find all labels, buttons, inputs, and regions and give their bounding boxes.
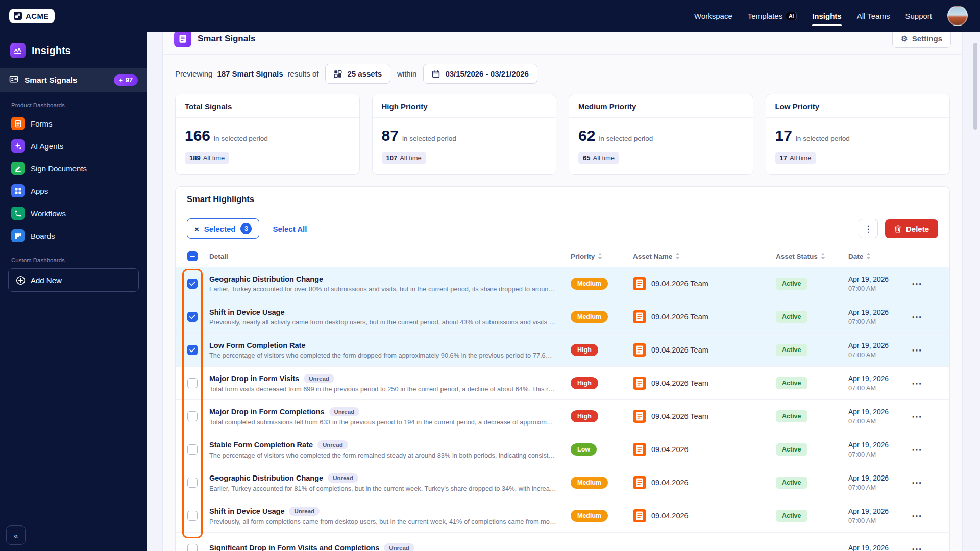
preview-bar: Previewing 187 Smart Signals results of … bbox=[175, 64, 950, 84]
nav-all-teams[interactable]: All Teams bbox=[857, 0, 890, 32]
row-title: Major Drop in Form Visits bbox=[209, 374, 299, 383]
status-badge: Active bbox=[776, 311, 807, 323]
stat-card-medium-priority: Medium Priority62in selected period65All… bbox=[569, 94, 753, 175]
select-all-link[interactable]: Select All bbox=[273, 224, 307, 233]
table-row[interactable]: Shift in Device UsagePreviously, nearly … bbox=[176, 300, 949, 334]
row-checkbox[interactable] bbox=[187, 444, 198, 455]
row-checkbox[interactable] bbox=[187, 279, 198, 289]
nav-insights[interactable]: Insights bbox=[812, 0, 842, 32]
selected-label: Selected bbox=[204, 224, 236, 233]
stat-title: Low Priority bbox=[766, 94, 950, 118]
row-actions-button[interactable]: ⋯ bbox=[912, 511, 922, 521]
nav-templates[interactable]: TemplatesAI bbox=[748, 0, 797, 32]
sort-icon[interactable] bbox=[598, 253, 602, 260]
add-new-button[interactable]: Add New bbox=[8, 268, 139, 292]
sidebar-item-ai-agents[interactable]: AI Agents bbox=[8, 135, 139, 157]
ai-badge: AI bbox=[786, 12, 797, 20]
stat-alltime-label: All time bbox=[790, 154, 812, 162]
form-asset-icon bbox=[633, 509, 646, 522]
row-checkbox[interactable] bbox=[187, 411, 198, 421]
row-checkbox[interactable] bbox=[187, 478, 198, 488]
row-actions-button[interactable]: ⋯ bbox=[912, 444, 922, 455]
table-row[interactable]: Geographic Distribution ChangeEarlier, T… bbox=[176, 267, 949, 300]
row-actions-button[interactable]: ⋯ bbox=[912, 345, 922, 355]
sort-icon[interactable] bbox=[866, 253, 871, 260]
stat-alltime-label: All time bbox=[400, 154, 422, 162]
row-actions-button[interactable]: ⋯ bbox=[912, 478, 922, 488]
user-avatar[interactable] bbox=[947, 6, 968, 26]
column-header-priority[interactable]: Priority bbox=[571, 253, 633, 260]
gear-icon: ⚙ bbox=[901, 35, 908, 42]
row-checkbox[interactable] bbox=[187, 511, 198, 521]
sidebar-item-apps[interactable]: Apps bbox=[8, 180, 139, 202]
priority-badge: High bbox=[571, 377, 598, 389]
row-time: 07:00 AM bbox=[848, 384, 912, 392]
stat-value: 62 bbox=[578, 127, 595, 144]
row-actions-button[interactable]: ⋯ bbox=[912, 312, 922, 322]
sidebar-item-label: Boards bbox=[31, 232, 55, 240]
table-row[interactable]: Significant Drop in Form Visits and Comp… bbox=[176, 533, 949, 551]
column-header-asset-status[interactable]: Asset Status bbox=[776, 253, 848, 260]
settings-button[interactable]: ⚙ Settings bbox=[892, 32, 951, 48]
row-checkbox[interactable] bbox=[187, 378, 198, 388]
row-actions-button[interactable]: ⋯ bbox=[912, 378, 922, 388]
selected-filter-button[interactable]: × Selected 3 bbox=[187, 218, 259, 239]
stat-alltime-label: All time bbox=[593, 154, 615, 162]
page-header: Smart Signals ⚙ Settings bbox=[163, 32, 962, 55]
column-header-asset-name[interactable]: Asset Name bbox=[633, 253, 776, 260]
row-date: Apr 19, 2026 bbox=[848, 544, 912, 551]
sidebar-item-smart-signals[interactable]: Smart Signals ✦ 97 bbox=[0, 68, 147, 92]
nav-support[interactable]: Support bbox=[905, 0, 932, 32]
row-actions-button[interactable]: ⋯ bbox=[912, 411, 922, 421]
sidebar-item-boards[interactable]: Boards bbox=[8, 224, 139, 247]
row-actions-button[interactable]: ⋯ bbox=[912, 544, 922, 551]
assets-dropdown[interactable]: 25 assets bbox=[325, 64, 390, 84]
sort-icon[interactable] bbox=[821, 253, 825, 260]
row-date: Apr 19, 2026 bbox=[848, 441, 912, 449]
scrollbar-thumb[interactable] bbox=[973, 43, 977, 130]
row-date: Apr 19, 2026 bbox=[848, 342, 912, 349]
status-badge: Active bbox=[776, 477, 807, 489]
form-asset-icon bbox=[633, 476, 646, 489]
column-header-date[interactable]: Date bbox=[848, 253, 912, 260]
table-row[interactable]: Stable Form Completion RateUnreadThe per… bbox=[176, 433, 949, 466]
stat-suffix: in selected period bbox=[599, 135, 653, 142]
sidebar-item-forms[interactable]: Forms bbox=[8, 112, 139, 135]
sidebar-item-label: AI Agents bbox=[31, 142, 63, 151]
sort-icon[interactable] bbox=[675, 253, 680, 260]
more-options-button[interactable]: ⋮ bbox=[859, 219, 878, 238]
date-range-dropdown[interactable]: 03/15/2026 - 03/21/2026 bbox=[423, 64, 537, 84]
nav-workspace[interactable]: Workspace bbox=[694, 0, 732, 32]
status-badge: Active bbox=[776, 443, 807, 456]
asset-name: 09.04.2026 bbox=[651, 512, 689, 520]
sidebar-item-sign-documents[interactable]: Sign Documents bbox=[8, 157, 139, 180]
table-row[interactable]: Shift in Device UsageUnreadPreviously, a… bbox=[176, 499, 949, 533]
asset-name: 09.04.2026 Team bbox=[651, 379, 708, 387]
table-row[interactable]: Geographic Distribution ChangeUnreadEarl… bbox=[176, 466, 949, 499]
priority-badge: High bbox=[571, 410, 598, 422]
row-actions-button[interactable]: ⋯ bbox=[912, 279, 922, 289]
preview-count: 187 Smart Signals bbox=[217, 69, 283, 78]
table-row[interactable]: Low Form Completion RateThe percentage o… bbox=[176, 334, 949, 367]
unread-badge: Unread bbox=[289, 507, 320, 516]
table-row[interactable]: Major Drop in Form VisitsUnreadTotal for… bbox=[176, 367, 949, 400]
assets-grid-icon bbox=[334, 70, 342, 78]
row-checkbox[interactable] bbox=[187, 544, 198, 551]
smart-signals-icon bbox=[9, 74, 18, 86]
smart-signals-panel: Smart Signals ⚙ Settings Previewing 187 … bbox=[162, 32, 963, 551]
stat-card-total-signals: Total Signals166in selected period189All… bbox=[175, 94, 360, 175]
column-header-detail: Detail bbox=[209, 253, 571, 260]
sidebar-item-workflows[interactable]: Workflows bbox=[8, 202, 139, 224]
nav-label: Insights bbox=[812, 12, 842, 20]
row-time: 07:00 AM bbox=[848, 351, 912, 359]
brand-logo[interactable]: ACME bbox=[9, 9, 55, 23]
sidebar-collapse-button[interactable]: « bbox=[6, 525, 26, 545]
delete-button[interactable]: Delete bbox=[885, 219, 938, 238]
stat-alltime-value: 107 bbox=[386, 154, 398, 162]
stat-alltime-value: 65 bbox=[583, 154, 590, 162]
row-checkbox[interactable] bbox=[187, 345, 198, 355]
select-all-checkbox[interactable] bbox=[187, 251, 198, 261]
row-checkbox[interactable] bbox=[187, 312, 198, 322]
stat-alltime-label: All time bbox=[203, 154, 225, 162]
table-row[interactable]: Major Drop in Form CompletionsUnreadTota… bbox=[176, 400, 949, 433]
